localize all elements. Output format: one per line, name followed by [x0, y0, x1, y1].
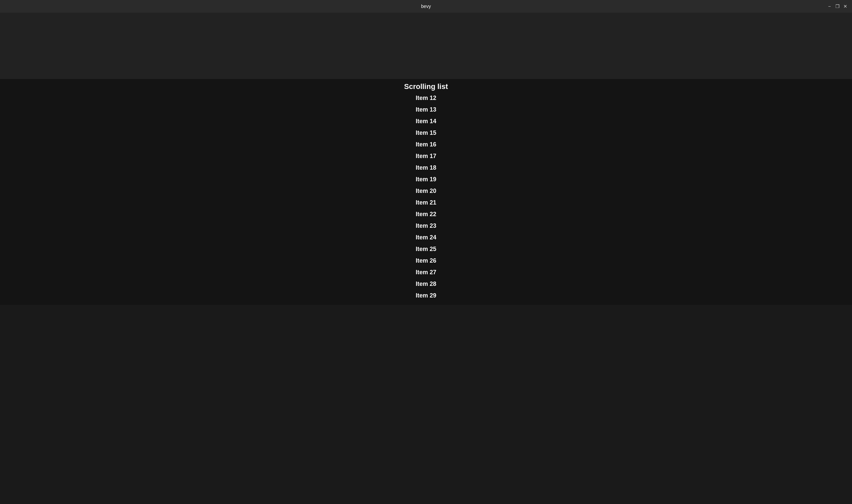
list-item: Item 15: [416, 127, 436, 139]
list-item: Item 29: [416, 290, 436, 302]
list-item: Item 20: [416, 185, 436, 197]
list-item: Item 14: [416, 115, 436, 127]
list-item: Item 17: [416, 150, 436, 162]
list-item: Item 24: [416, 232, 436, 244]
list-item: Item 28: [416, 278, 436, 290]
list-item: Item 23: [416, 220, 436, 232]
list-item: Item 18: [416, 162, 436, 174]
list-item: Item 12: [416, 92, 436, 104]
title-bar: bevy − ❐ ✕: [0, 0, 852, 13]
title-bar-controls: − ❐ ✕: [821, 4, 848, 9]
list-item: Item 21: [416, 197, 436, 209]
bottom-area: [0, 305, 852, 504]
list-item: Item 13: [416, 104, 436, 115]
list-item: Item 19: [416, 174, 436, 185]
list-item: Item 27: [416, 267, 436, 278]
list-item: Item 22: [416, 209, 436, 220]
list-item: Item 25: [416, 244, 436, 255]
list-item: Item 16: [416, 139, 436, 150]
minimize-button[interactable]: −: [827, 4, 832, 9]
top-area: [0, 13, 852, 79]
window-title: bevy: [31, 4, 821, 9]
list-container: Item 12Item 13Item 14Item 15Item 16Item …: [0, 92, 852, 302]
main-content: Scrolling list Item 12Item 13Item 14Item…: [0, 13, 852, 504]
list-item: Item 26: [416, 255, 436, 267]
close-button[interactable]: ✕: [843, 4, 848, 9]
scroll-section[interactable]: Scrolling list Item 12Item 13Item 14Item…: [0, 79, 852, 305]
maximize-button[interactable]: ❐: [835, 4, 840, 9]
section-title: Scrolling list: [404, 82, 448, 91]
